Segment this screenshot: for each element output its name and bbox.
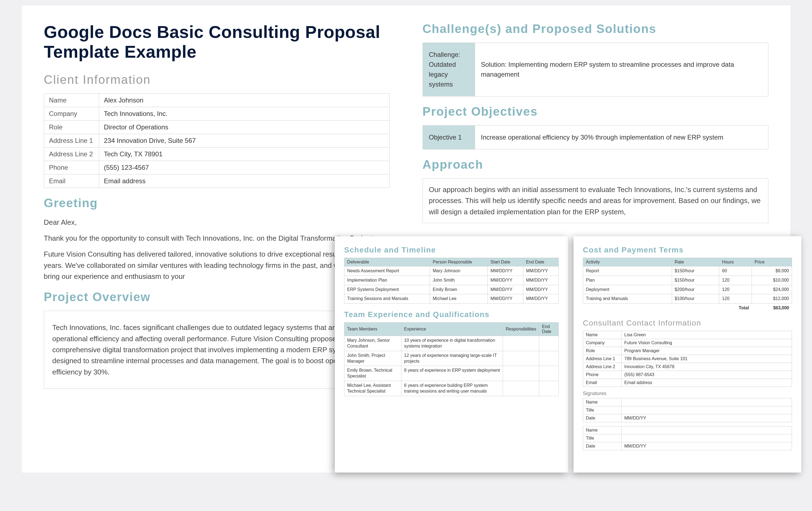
client-information-table: NameAlex Johnson CompanyTech Innovations… (44, 93, 390, 188)
cell: Deployment (583, 285, 672, 294)
cell (539, 381, 559, 396)
table-row: CompanyFuture Vision Consulting (583, 339, 792, 347)
cell: Training Sessions and Manuals (344, 294, 430, 303)
table-row: Name (583, 398, 792, 406)
table-row: DateMM/DD/YY (583, 442, 792, 450)
signatures-heading: Signatures (583, 391, 792, 397)
table-row: Plan$150/hour120$10,000 (583, 275, 792, 285)
table-row: Training Sessions and ManualsMichael Lee… (344, 294, 559, 303)
total-row: Total $63,000 (583, 303, 792, 313)
cell: MM/DD/YY (523, 285, 558, 294)
label: Phone (44, 161, 99, 174)
challenges-heading: Challenge(s) and Proposed Solutions (423, 22, 768, 36)
cell: Emily Brown (430, 285, 488, 294)
label: Role (583, 347, 621, 355)
overlay-schedule-team: Schedule and Timeline Deliverable Person… (335, 236, 568, 473)
cell (503, 366, 539, 381)
label: Role (44, 120, 99, 134)
col-person: Person Responsible (430, 258, 488, 267)
col-deliverable: Deliverable (344, 258, 430, 267)
total-value: $63,000 (752, 303, 792, 313)
label: Date (583, 442, 621, 450)
value: (555) 987-6543 (621, 371, 792, 379)
cell: MM/DD/YY (488, 267, 523, 276)
cell: $100/hour (672, 294, 719, 303)
cell: MM/DD/YY (523, 267, 558, 276)
table-header-row: Team Members Experience Responsibilities… (344, 323, 559, 336)
cell: $9,000 (752, 267, 792, 276)
cell: Mary Johnson, Senior Consultant (344, 336, 402, 351)
cell: MM/DD/YY (488, 275, 523, 285)
cost-table: Activity Rate Hours Price Report$150/hou… (583, 258, 792, 313)
value: Future Vision Consulting (621, 339, 792, 347)
team-heading: Team Experience and Qualifications (344, 310, 559, 319)
label: Title (583, 406, 621, 414)
value: MM/DD/YY (621, 442, 792, 450)
col-end: End Date (523, 258, 558, 267)
label: Phone (583, 371, 621, 379)
cell: 10 years of experience in digital transf… (401, 336, 503, 351)
label: Name (583, 331, 621, 339)
table-row: Deployment$200/hour120$24,000 (583, 285, 792, 294)
label: Email (583, 379, 621, 386)
value: MM/DD/YY (621, 414, 792, 422)
table-row: John Smith, Project Manager12 years of e… (344, 351, 559, 366)
cell: 8 years of experience in ERP system depl… (401, 366, 503, 381)
cost-heading: Cost and Payment Terms (583, 246, 792, 254)
label: Address Line 1 (583, 355, 621, 362)
table-row: Michael Lee, Assistant Technical Special… (344, 381, 559, 396)
approach-box: Our approach begins with an initial asse… (423, 178, 768, 223)
table-row: Challenge: Outdated legacy systems Solut… (423, 43, 768, 97)
table-header-row: Activity Rate Hours Price (583, 258, 792, 267)
signature-block-2: Name Title DateMM/DD/YY (583, 426, 792, 450)
table-row: Title (583, 406, 792, 414)
cell (503, 381, 539, 396)
table-row: ERP Systems DeploymentEmily BrownMM/DD/Y… (344, 285, 559, 294)
value (621, 398, 792, 406)
cell: $10,000 (752, 275, 792, 285)
consultant-heading: Consultant Contact Information (583, 319, 792, 327)
cell: MM/DD/YY (488, 285, 523, 294)
col-member: Team Members (344, 323, 402, 336)
cell: Michael Lee, Assistant Technical Special… (344, 381, 402, 396)
cell: Mary Johnson (430, 267, 488, 276)
value (621, 426, 792, 434)
col-activity: Activity (583, 258, 672, 267)
approach-heading: Approach (423, 158, 768, 171)
label: Email (44, 174, 99, 188)
value: Tech City, TX 78901 (99, 147, 389, 161)
table-row: Implementation PlanJohn SmithMM/DD/YYMM/… (344, 275, 559, 285)
approach-text: Our approach begins with an initial asse… (429, 184, 762, 217)
table-row: Training and Manuals$100/hour120$12,000 (583, 294, 792, 303)
table-row: Objective 1 Increase operational efficie… (423, 126, 768, 150)
value (621, 434, 792, 442)
value (621, 406, 792, 414)
col-price: Price (752, 258, 792, 267)
label: Date (583, 414, 621, 422)
col-end: End Date (539, 323, 559, 336)
value: (555) 123-4567 (99, 161, 389, 174)
challenges-table: Challenge: Outdated legacy systems Solut… (423, 43, 768, 97)
label: Address Line 2 (44, 147, 99, 161)
col-experience: Experience (401, 323, 503, 336)
cell: Plan (583, 275, 672, 285)
client-information-heading: Client Information (44, 73, 390, 86)
cell (539, 366, 559, 381)
label: Name (583, 426, 621, 434)
value: Program Manager (621, 347, 792, 355)
col-rate: Rate (672, 258, 719, 267)
cell: Needs Assessment Report (344, 267, 430, 276)
table-row: EmailEmail address (44, 174, 389, 188)
cell: $200/hour (672, 285, 719, 294)
table-row: Address Line 2Innovation City, TX 45678 (583, 362, 792, 371)
cell: 60 (719, 267, 752, 276)
table-row: EmailEmail address (583, 379, 792, 386)
label: Address Line 1 (44, 134, 99, 147)
document-title: Google Docs Basic Consulting Proposal Te… (44, 22, 390, 62)
table-header-row: Deliverable Person Responsible Start Dat… (344, 258, 559, 267)
col-hours: Hours (719, 258, 752, 267)
table-row: Phone(555) 987-6543 (583, 371, 792, 379)
total-label: Total (583, 303, 752, 313)
cell: MM/DD/YY (523, 294, 558, 303)
cell: Report (583, 267, 672, 276)
